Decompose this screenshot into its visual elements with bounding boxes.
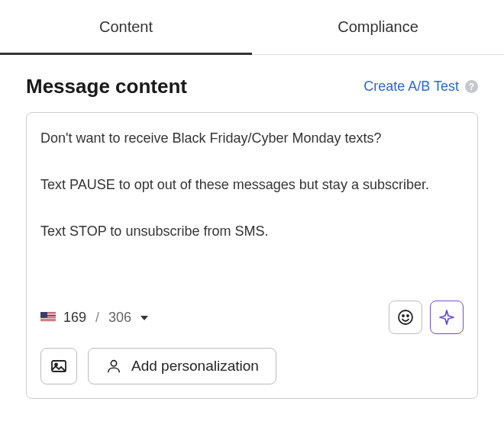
svg-point-1 (402, 315, 404, 317)
us-flag-icon (40, 312, 56, 323)
svg-point-4 (55, 364, 57, 366)
emoji-button[interactable] (389, 301, 422, 334)
sparkle-icon (438, 308, 456, 326)
active-tab-indicator (0, 53, 252, 55)
emoji-icon (396, 308, 415, 326)
create-ab-test-link[interactable]: Create A/B Test (363, 79, 459, 95)
svg-point-0 (399, 310, 412, 324)
tab-content[interactable]: Content (0, 0, 252, 54)
char-count-current: 169 (63, 310, 86, 326)
svg-point-2 (407, 315, 409, 317)
tab-bar: Content Compliance (0, 0, 504, 55)
image-icon (50, 357, 68, 375)
message-textarea[interactable]: Don't want to receive Black Friday/Cyber… (40, 127, 464, 279)
help-icon[interactable]: ? (465, 80, 478, 93)
person-icon (105, 358, 122, 375)
section-title: Message content (26, 75, 187, 98)
add-personalization-label: Add personalization (131, 358, 259, 375)
char-count-max: 306 (108, 310, 131, 326)
char-count-separator: / (95, 310, 99, 326)
add-image-button[interactable] (40, 348, 77, 384)
add-personalization-button[interactable]: Add personalization (88, 348, 276, 384)
char-counter[interactable]: 169 / 306 (40, 310, 148, 326)
tab-compliance[interactable]: Compliance (252, 0, 504, 54)
caret-down-icon (141, 316, 148, 320)
ai-sparkle-button[interactable] (430, 301, 464, 334)
svg-point-5 (111, 361, 116, 366)
message-editor: Don't want to receive Black Friday/Cyber… (26, 112, 478, 399)
